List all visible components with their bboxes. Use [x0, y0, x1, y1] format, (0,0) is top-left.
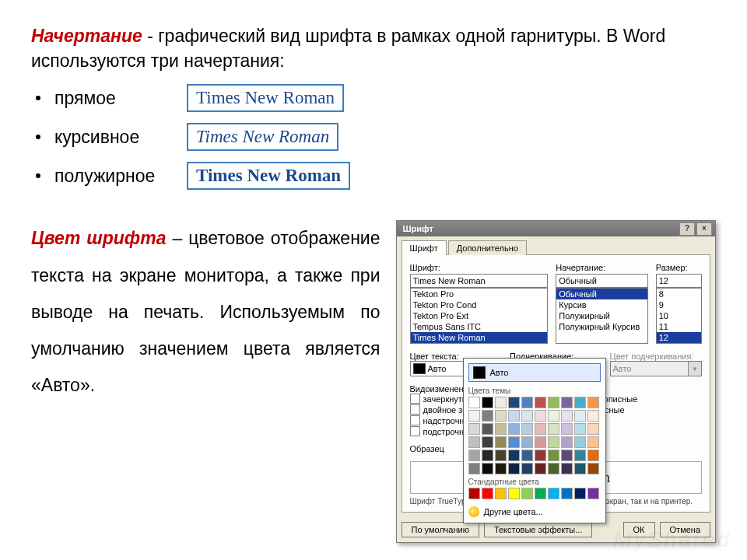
tab-font[interactable]: Шрифт [402, 240, 447, 255]
color-swatch[interactable] [561, 410, 573, 422]
color-swatch[interactable] [587, 450, 599, 461]
list-item[interactable]: Tekton Pro Cond [411, 299, 548, 310]
list-item[interactable]: Tekton Pro [411, 289, 548, 299]
color-swatch[interactable] [574, 463, 586, 474]
color-swatch[interactable] [574, 450, 586, 461]
color-swatch[interactable] [535, 488, 546, 499]
color-swatch[interactable] [482, 410, 493, 422]
list-item-selected[interactable]: Times New Roman [411, 332, 548, 343]
color-swatch[interactable] [508, 397, 520, 408]
color-swatch[interactable] [574, 488, 586, 499]
list-item-selected[interactable]: Обычный [556, 289, 647, 299]
color-swatch[interactable] [548, 450, 559, 461]
color-swatch[interactable] [587, 436, 599, 448]
color-auto-option[interactable]: Авто [468, 363, 601, 382]
list-item[interactable]: 11 [657, 321, 701, 332]
color-swatch[interactable] [521, 488, 533, 499]
color-swatch[interactable] [535, 410, 546, 422]
list-item[interactable]: Tekton Pro Ext [411, 310, 548, 321]
color-swatch[interactable] [561, 436, 573, 448]
color-swatch[interactable] [521, 410, 533, 422]
color-swatch[interactable] [482, 423, 493, 435]
color-swatch[interactable] [482, 463, 493, 474]
list-item[interactable]: Tempus Sans ITC [411, 321, 548, 332]
list-item-selected[interactable]: 12 [657, 332, 701, 343]
help-button[interactable]: ? [679, 222, 695, 236]
color-swatch[interactable] [535, 397, 546, 408]
color-swatch[interactable] [574, 423, 586, 435]
more-colors-option[interactable]: Другие цвета... [468, 504, 601, 520]
color-swatch[interactable] [468, 410, 480, 422]
color-swatch[interactable] [521, 450, 533, 461]
list-item[interactable]: 9 [657, 299, 701, 310]
color-swatch[interactable] [508, 488, 520, 499]
close-button[interactable]: × [696, 222, 712, 236]
color-swatch[interactable] [495, 488, 507, 499]
color-swatch[interactable] [495, 410, 507, 422]
color-swatch[interactable] [574, 397, 586, 408]
color-swatch[interactable] [495, 436, 507, 448]
color-swatch[interactable] [561, 423, 573, 435]
dialog-titlebar[interactable]: Шрифт ? × [397, 221, 716, 236]
color-swatch[interactable] [521, 397, 533, 408]
list-item[interactable]: Полужирный Курсив [556, 321, 647, 332]
color-swatch[interactable] [587, 410, 599, 422]
color-swatch[interactable] [548, 463, 559, 474]
text-effects-button[interactable]: Текстовые эффекты... [484, 522, 593, 537]
list-item[interactable]: 10 [657, 310, 701, 321]
list-item[interactable]: Полужирный [556, 310, 647, 321]
color-swatch[interactable] [521, 436, 533, 448]
color-swatch[interactable] [548, 410, 559, 422]
color-swatch[interactable] [495, 423, 507, 435]
color-swatch[interactable] [468, 450, 480, 461]
color-swatch[interactable] [468, 488, 480, 499]
color-swatch[interactable] [535, 450, 546, 461]
cancel-button[interactable]: Отмена [660, 522, 710, 537]
color-swatch[interactable] [548, 436, 559, 448]
color-swatch[interactable] [521, 423, 533, 435]
color-swatch[interactable] [548, 397, 559, 408]
color-swatch[interactable] [482, 436, 493, 448]
color-swatch[interactable] [535, 463, 546, 474]
color-swatch[interactable] [495, 463, 507, 474]
font-listbox[interactable]: Tekton Pro Tekton Pro Cond Tekton Pro Ex… [410, 288, 549, 344]
color-swatch[interactable] [482, 488, 493, 499]
color-swatch[interactable] [587, 488, 599, 499]
color-swatch[interactable] [508, 436, 520, 448]
color-swatch[interactable] [574, 410, 586, 422]
color-swatch[interactable] [495, 397, 507, 408]
size-listbox[interactable]: 8 9 10 11 12 [656, 288, 702, 344]
list-item[interactable]: Курсив [556, 299, 647, 310]
color-swatch[interactable] [495, 450, 507, 461]
style-input[interactable]: Обычный [556, 274, 648, 288]
color-swatch[interactable] [587, 397, 599, 408]
color-swatch[interactable] [535, 436, 546, 448]
color-swatch[interactable] [508, 423, 520, 435]
color-swatch[interactable] [574, 436, 586, 448]
color-swatch[interactable] [521, 463, 533, 474]
color-swatch[interactable] [587, 423, 599, 435]
color-swatch[interactable] [548, 423, 559, 435]
style-listbox[interactable]: Обычный Курсив Полужирный Полужирный Кур… [556, 288, 648, 344]
color-swatch[interactable] [561, 397, 573, 408]
font-input[interactable]: Times New Roman [410, 274, 549, 288]
color-swatch[interactable] [468, 423, 480, 435]
color-swatch[interactable] [468, 397, 480, 408]
color-swatch[interactable] [508, 450, 520, 461]
color-swatch[interactable] [561, 450, 573, 461]
list-item[interactable]: 8 [657, 289, 701, 299]
color-swatch[interactable] [587, 463, 599, 474]
color-swatch[interactable] [508, 410, 520, 422]
size-input[interactable]: 12 [656, 274, 702, 288]
color-swatch[interactable] [535, 423, 546, 435]
default-button[interactable]: По умолчанию [402, 522, 479, 537]
color-swatch[interactable] [508, 463, 520, 474]
tab-advanced[interactable]: Дополнительно [448, 240, 527, 255]
ok-button[interactable]: ОК [623, 522, 655, 537]
color-swatch[interactable] [482, 450, 493, 461]
color-swatch[interactable] [561, 488, 573, 499]
color-swatch[interactable] [468, 436, 480, 448]
color-swatch[interactable] [468, 463, 480, 474]
color-swatch[interactable] [482, 397, 493, 408]
color-swatch[interactable] [548, 488, 559, 499]
